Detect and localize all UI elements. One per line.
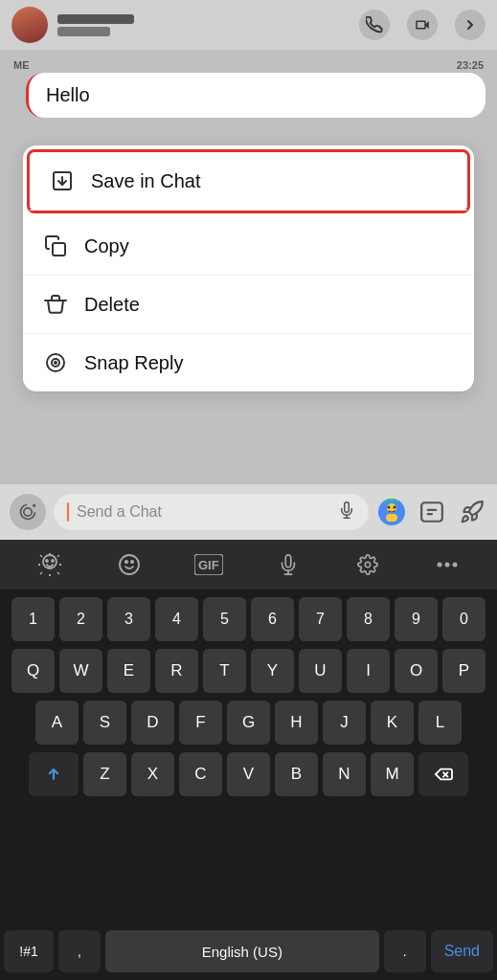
key-8[interactable]: 8 [347,597,390,641]
key-v[interactable]: V [227,752,270,796]
key-y[interactable]: Y [251,649,294,693]
svg-rect-15 [390,499,394,501]
key-send[interactable]: Send [431,930,493,972]
svg-point-17 [46,560,48,562]
key-j[interactable]: J [323,701,366,745]
number-row: 1 2 3 4 5 6 7 8 9 0 [4,597,493,641]
delete-icon [42,291,69,318]
key-s[interactable]: S [83,701,126,745]
key-n[interactable]: N [323,752,366,796]
key-c[interactable]: C [179,752,222,796]
message-sender: ME [13,59,30,71]
chat-input-field[interactable]: Send a Chat [54,494,369,530]
key-f[interactable]: F [179,701,222,745]
svg-point-7 [34,505,35,507]
space-lang-label: English (US) [202,944,282,960]
period-label: . [403,944,407,959]
save-in-chat-row[interactable]: Save in Chat [30,152,467,211]
key-period[interactable]: . [384,930,426,972]
context-menu-item-copy[interactable]: Copy [23,217,474,276]
key-a[interactable]: A [35,701,79,745]
bitmoji-button[interactable] [376,497,407,527]
key-p[interactable]: P [442,649,486,693]
key-k[interactable]: K [371,701,414,745]
context-menu-item-snap-reply[interactable]: Snap Reply [23,334,474,391]
key-g[interactable]: G [227,701,270,745]
key-l[interactable]: L [418,701,462,745]
chat-right-icons [376,497,487,527]
key-9[interactable]: 9 [395,597,438,641]
message-bubble: Hello [26,73,486,118]
key-0[interactable]: 0 [442,597,486,641]
more-toolbar-button[interactable] [428,546,466,584]
rocket-button[interactable] [457,497,487,527]
key-space[interactable]: English (US) [105,930,379,972]
text-cursor [67,502,69,522]
settings-toolbar-button[interactable] [349,546,387,584]
key-m[interactable]: M [371,752,414,796]
key-t[interactable]: T [203,649,246,693]
comma-label: , [78,944,81,959]
top-bar-actions [359,10,486,40]
key-r[interactable]: R [155,649,198,693]
svg-rect-16 [421,502,442,522]
key-comma[interactable]: , [58,930,101,972]
key-d[interactable]: D [131,701,174,745]
svg-text:GIF: GIF [198,558,219,572]
svg-point-26 [365,562,371,568]
svg-point-14 [394,506,396,509]
key-i[interactable]: I [347,649,390,693]
delete-label: Delete [84,294,140,316]
message-timestamp: 23:25 [457,59,484,71]
key-5[interactable]: 5 [203,597,246,641]
key-7[interactable]: 7 [299,597,342,641]
key-shift[interactable] [29,752,79,796]
svg-point-19 [120,555,139,574]
sticker-button[interactable] [417,497,447,527]
key-o[interactable]: O [395,649,438,693]
message-container: ME 23:25 Hello [0,59,497,118]
mic-icon[interactable] [338,501,355,523]
qwerty-row: Q W E R T Y U I O P [4,649,493,693]
send-label: Send [444,943,480,960]
chat-placeholder: Send a Chat [77,503,330,521]
svg-point-18 [52,560,54,562]
avatar [11,7,48,43]
name-line-1 [57,14,134,24]
phone-button[interactable] [359,10,390,40]
key-1[interactable]: 1 [11,597,55,641]
context-menu: Save in Chat Copy [23,145,474,391]
key-z[interactable]: Z [83,752,126,796]
keyboard-toolbar: GIF [0,540,497,590]
chevron-right-button[interactable] [455,10,486,40]
svg-rect-2 [53,243,65,256]
top-bar [0,0,497,50]
key-b[interactable]: B [275,752,318,796]
mic-toolbar-button[interactable] [269,546,307,584]
key-u[interactable]: U [299,649,342,693]
key-e[interactable]: E [107,649,150,693]
key-w[interactable]: W [59,649,102,693]
svg-point-13 [388,506,391,509]
context-menu-item-delete[interactable]: Delete [23,276,474,334]
key-3[interactable]: 3 [107,597,150,641]
key-4[interactable]: 4 [155,597,198,641]
key-2[interactable]: 2 [59,597,102,641]
save-icon [49,167,76,194]
smiley-toolbar-button[interactable] [110,546,148,584]
gif-toolbar-button[interactable]: GIF [190,546,228,584]
chat-input-bar: Send a Chat [0,484,497,540]
key-h[interactable]: H [275,701,318,745]
key-symbol[interactable]: !#1 [4,930,54,972]
contact-name [57,14,134,36]
key-x[interactable]: X [131,752,174,796]
camera-button[interactable] [10,494,46,530]
emoji-toolbar-button[interactable] [31,546,69,584]
key-6[interactable]: 6 [251,597,294,641]
keyboard-bottom-row: !#1 , English (US) . Send [0,930,497,980]
key-delete[interactable] [418,752,468,796]
context-menu-item-save-in-chat[interactable]: Save in Chat [27,149,470,213]
message-text: Hello [46,84,90,105]
video-button[interactable] [407,10,438,40]
key-q[interactable]: Q [11,649,55,693]
